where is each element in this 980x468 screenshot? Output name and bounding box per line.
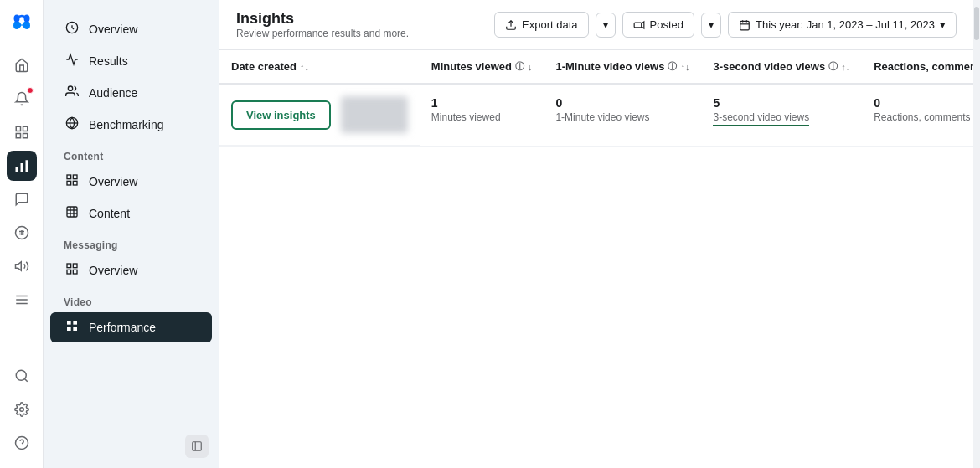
svg-point-21: [68, 86, 72, 90]
posted-caret-button[interactable]: ▾: [701, 13, 721, 38]
svg-rect-25: [73, 175, 77, 179]
view-insights-button[interactable]: View insights: [231, 100, 331, 130]
sidebar-item-overview[interactable]: Overview: [50, 14, 212, 44]
export-label: Export data: [522, 18, 578, 31]
title-area: Insights Review performance results and …: [236, 10, 484, 40]
content-icon: [64, 205, 80, 222]
notifications-icon-btn[interactable]: [7, 84, 37, 114]
svg-marker-45: [642, 21, 644, 28]
date-range-button[interactable]: This year: Jan 1, 2023 – Jul 11, 2023 ▾: [728, 12, 957, 38]
cell-reactions: 0 Reactions, comments a...: [862, 84, 973, 147]
cell-three-sec-views: 5 3-second video views: [701, 84, 862, 147]
svg-rect-40: [73, 327, 77, 331]
cell-value: 1: [431, 96, 533, 110]
search-icon-btn[interactable]: [7, 361, 37, 391]
sidebar-item-label: Audience: [89, 86, 137, 100]
svg-rect-46: [740, 21, 750, 29]
cell-label: Minutes viewed: [431, 111, 533, 123]
content-section-label: Content: [44, 141, 219, 166]
cell-label: 3-second video views: [713, 111, 809, 126]
menu-icon-btn[interactable]: [7, 285, 37, 315]
right-scrollbar: [973, 0, 980, 468]
svg-rect-37: [67, 321, 71, 325]
sidebar-item-label: Content: [89, 207, 130, 220]
svg-rect-35: [67, 270, 71, 274]
posted-label: Posted: [650, 18, 683, 31]
messaging-section-label: Messaging: [44, 229, 219, 255]
calendar-icon: [739, 19, 750, 31]
sidebar-item-results[interactable]: Results: [50, 46, 212, 76]
th-three-sec-views: 3-second video views ⓘ ↑↓: [701, 50, 862, 84]
performance-icon: [64, 319, 80, 336]
cell-label: Reactions, comments a...: [874, 111, 973, 123]
help-icon-btn[interactable]: [7, 428, 37, 458]
scrollbar-thumb[interactable]: [974, 7, 979, 40]
dollar-icon-btn[interactable]: [7, 218, 37, 248]
svg-rect-28: [67, 207, 77, 217]
posted-button[interactable]: Posted: [622, 12, 694, 38]
svg-line-16: [24, 378, 27, 381]
table-header-row: Date created ↑↓ Minutes viewed ⓘ ↓: [219, 50, 973, 84]
svg-rect-2: [16, 126, 20, 131]
chat-icon-btn[interactable]: [7, 184, 37, 214]
sidebar-item-benchmarking[interactable]: Benchmarking: [50, 110, 212, 140]
cell-value: 5: [713, 96, 850, 110]
th-date-created: Date created ↑↓: [219, 50, 420, 84]
main-area: Insights Review performance results and …: [219, 0, 973, 468]
svg-rect-44: [634, 23, 642, 28]
sort-icon[interactable]: ↑↓: [680, 62, 689, 72]
sidebar-item-content[interactable]: Content: [50, 198, 212, 229]
svg-marker-11: [15, 262, 21, 271]
sidebar-item-audience[interactable]: Audience: [50, 78, 212, 108]
gear-icon-btn[interactable]: [7, 394, 37, 424]
sidebar-item-label: Overview: [89, 23, 137, 36]
date-caret-icon: ▾: [940, 18, 946, 31]
page-subtitle: Review performance results and more.: [236, 28, 484, 39]
sort-icon[interactable]: ↑↓: [841, 62, 850, 72]
sort-icon[interactable]: ↑↓: [300, 62, 309, 72]
svg-rect-34: [73, 264, 77, 268]
data-table: Date created ↑↓ Minutes viewed ⓘ ↓: [219, 50, 973, 147]
sidebar-item-video-performance[interactable]: Performance: [50, 312, 212, 342]
info-icon[interactable]: ⓘ: [515, 60, 524, 73]
svg-rect-6: [15, 167, 18, 172]
th-one-min-views: 1-Minute video views ⓘ ↑↓: [544, 50, 701, 84]
results-icon: [64, 53, 80, 69]
home-icon-btn[interactable]: [7, 50, 37, 80]
sidebar-item-label: Performance: [89, 321, 156, 334]
svg-rect-4: [16, 134, 20, 138]
svg-rect-33: [67, 264, 71, 268]
sidebar-item-label: Benchmarking: [89, 118, 164, 131]
megaphone-icon-btn[interactable]: [7, 251, 37, 281]
th-reactions: Reactions, comment... ⓘ ↑↓: [862, 50, 973, 84]
overview-icon: [64, 21, 80, 38]
svg-rect-36: [73, 270, 77, 274]
sidebar-collapse-btn[interactable]: [185, 435, 209, 458]
th-minutes-viewed: Minutes viewed ⓘ ↓: [420, 50, 544, 84]
caret-down-icon: ▾: [603, 19, 608, 31]
cell-label: 1-Minute video views: [555, 111, 689, 123]
sidebar-item-label: Results: [89, 54, 128, 68]
table-row: View insights 1 Minutes viewed 0 1-Minut…: [219, 84, 973, 147]
caret-down-icon: ▾: [709, 19, 714, 31]
export-caret-button[interactable]: ▾: [596, 13, 616, 38]
date-range-label: This year: Jan 1, 2023 – Jul 11, 2023: [756, 18, 935, 31]
bar-chart-icon-btn[interactable]: [7, 151, 37, 181]
sidebar-item-messaging-overview[interactable]: Overview: [50, 255, 212, 285]
export-data-button[interactable]: Export data: [494, 12, 589, 38]
sort-icon-active[interactable]: ↓: [528, 62, 533, 72]
thumbnail: [341, 96, 408, 133]
page-title: Insights: [236, 10, 484, 28]
cell-minutes-viewed: 1 Minutes viewed: [420, 84, 544, 147]
info-icon[interactable]: ⓘ: [668, 60, 677, 73]
svg-rect-7: [20, 163, 23, 172]
svg-rect-41: [193, 442, 202, 451]
cell-value: 0: [874, 96, 973, 110]
benchmarking-icon: [64, 116, 80, 133]
grid-icon-btn[interactable]: [7, 117, 37, 147]
sidebar-item-label: Overview: [89, 175, 137, 188]
svg-rect-39: [67, 327, 71, 331]
info-icon[interactable]: ⓘ: [828, 60, 838, 73]
cell-value: 0: [555, 96, 689, 110]
sidebar-item-content-overview[interactable]: Overview: [50, 167, 212, 197]
